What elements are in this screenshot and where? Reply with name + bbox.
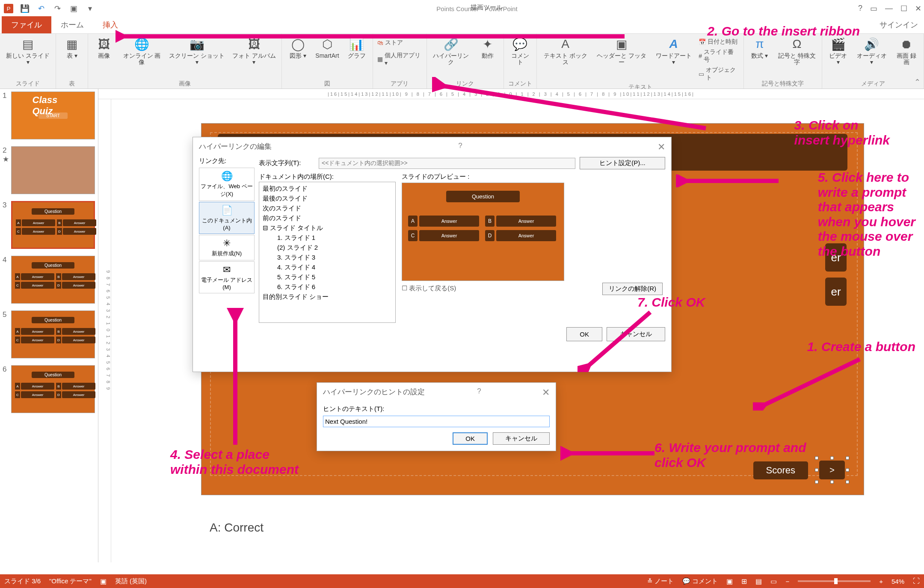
display-text-label: 表示文字列(T): [259, 159, 314, 167]
dialog-edit-hyperlink: ハイパーリンクの編集?✕ リンク先: 🌐ファイル、Web ページ(X) 📄このド… [192, 137, 672, 372]
minimize-icon[interactable]: — [885, 4, 893, 13]
signin-link[interactable]: サインイン [874, 16, 924, 33]
location-label: ドキュメント内の場所(C): [259, 173, 396, 181]
online-image-button[interactable]: 🌐オンライン 画像 [120, 35, 164, 67]
maximize-icon[interactable]: ☐ [900, 4, 907, 13]
zoom-in[interactable]: + [879, 578, 883, 585]
tab-insert[interactable]: 挿入 [93, 16, 127, 33]
linkto-new[interactable]: ✳新規作成(N) [199, 235, 255, 260]
ribbon-collapse-icon[interactable]: ⌃ [914, 77, 921, 87]
fit-icon[interactable]: ⛶ [913, 577, 920, 585]
notes-text[interactable]: A: Correct [210, 521, 264, 535]
datetime-button[interactable]: 📅日付と時刻 [698, 37, 740, 47]
dlg1-ok-button[interactable]: OK [566, 327, 602, 341]
ribbon-options-icon[interactable]: ▭ [870, 4, 877, 13]
thumb-1[interactable]: Class QuizSTART [11, 92, 95, 139]
undo-icon[interactable]: ↶ [35, 3, 47, 15]
headerfooter-button[interactable]: ▣ヘッダーと フッター [594, 35, 649, 67]
dlg1-title: ハイパーリンクの編集 [199, 142, 272, 153]
redo-icon[interactable]: ↷ [51, 3, 63, 15]
screenshot-button[interactable]: 📷スクリーン ショット ▾ [167, 35, 227, 67]
image-button[interactable]: 🖼画像 [92, 35, 116, 60]
shapes-button[interactable]: ◯図形 ▾ [285, 35, 310, 60]
comment-button[interactable]: 💬コメント [507, 35, 533, 67]
ruler-vertical: 9 8 7 6 5 4 3 2 1 0 1 2 3 4 5 6 7 8 9 [98, 99, 111, 562]
status-lang[interactable]: 英語 (英国) [115, 577, 147, 585]
new-slide-button[interactable]: ▤新しい スライド ▾ [3, 35, 52, 67]
dlg2-cancel-button[interactable]: キャンセル [493, 432, 550, 445]
audio-button[interactable]: 🔊オーディオ ▾ [854, 35, 889, 67]
status-notes[interactable]: ≛ ノート [647, 577, 674, 585]
dlg2-ok-button[interactable]: OK [453, 432, 488, 445]
wordart-button[interactable]: Aワードアート ▾ [653, 35, 694, 67]
dlg2-help-icon[interactable]: ? [477, 387, 481, 398]
dlg1-close-icon[interactable]: ✕ [657, 142, 665, 153]
zoom-value[interactable]: 54% [891, 578, 904, 585]
display-text-input[interactable] [319, 158, 575, 169]
chart-button[interactable]: 📊グラフ [344, 35, 369, 60]
dlg2-close-icon[interactable]: ✕ [542, 387, 550, 398]
thumb-2[interactable] [11, 146, 95, 194]
qat-more-icon[interactable]: ▾ [84, 3, 96, 15]
linkto-email[interactable]: ✉電子メール アドレス(M) [199, 261, 255, 293]
selection-handles[interactable] [817, 458, 847, 482]
slideshow-icon[interactable]: ▣ [68, 3, 80, 15]
save-icon[interactable]: 💾 [19, 3, 31, 15]
video-button[interactable]: 🎬ビデオ ▾ [826, 35, 850, 67]
zoom-out[interactable]: − [785, 578, 789, 585]
screenrec-button[interactable]: ⏺画面 録画 [893, 35, 920, 67]
action-button[interactable]: ✦動作 [475, 35, 500, 60]
view-reading-icon[interactable]: ▤ [755, 577, 762, 585]
status-theme: "Office テーマ" [49, 577, 92, 585]
linkto-label: リンク先: [199, 157, 255, 165]
group-slide-label: スライド [16, 79, 40, 88]
store-button[interactable]: 🛍ストア [376, 38, 424, 47]
dlg1-help-icon[interactable]: ? [458, 142, 462, 153]
zoom-slider[interactable] [798, 580, 871, 582]
linkto-this-document[interactable]: 📄このドキュメント内 (A) [199, 202, 255, 234]
hyperlink-button[interactable]: 🔗ハイパーリンク [430, 35, 472, 67]
status-comments[interactable]: 💬 コメント [682, 577, 718, 585]
ribbon-tabs: ファイル ホーム 挿入 サインイン [0, 17, 924, 33]
dlg1-cancel-button[interactable]: キャンセル [607, 327, 665, 341]
tab-home[interactable]: ホーム [51, 16, 93, 33]
remove-link-button[interactable]: リンクの解除(R) [602, 283, 663, 295]
app-icon: P [3, 3, 15, 15]
view-normal-icon[interactable]: ▣ [726, 577, 733, 585]
symbol-button[interactable]: Ω記号と 特殊文字 [776, 35, 818, 67]
smartart-button[interactable]: ⬡SmartArt [314, 35, 341, 60]
status-lang-icon[interactable]: ▣ [100, 577, 107, 585]
thumb-6[interactable]: Question AAnswer BAnswer CAnswer DAnswer [11, 365, 95, 413]
status-slide[interactable]: スライド 3/6 [4, 577, 41, 585]
thumb-5[interactable]: Question AAnswer BAnswer CAnswer DAnswer [11, 310, 95, 358]
object-button[interactable]: ▭オブジェクト [698, 65, 740, 83]
photo-album-button[interactable]: 🖼フォト アルバム ▾ [230, 35, 278, 67]
group-illust-label: 図 [324, 79, 330, 88]
help-icon[interactable]: ? [858, 4, 862, 13]
myapps-button[interactable]: ▦個人用アプリ ▾ [376, 51, 424, 67]
group-links-label: リンク [456, 79, 474, 88]
hint-settings-button[interactable]: ヒント設定(P)... [580, 157, 665, 169]
group-images-label: 画像 [179, 79, 191, 88]
equation-button[interactable]: π数式 ▾ [747, 35, 772, 60]
scores-button[interactable]: Scores [753, 461, 808, 479]
thumb-4[interactable]: Question AAnswer BAnswer CAnswer DAnswer [11, 256, 95, 304]
group-media-label: メディア [861, 79, 885, 88]
thumb-3[interactable]: Question AAnswer BAnswer CAnswer DAnswer [11, 201, 95, 249]
view-sorter-icon[interactable]: ⊞ [741, 577, 747, 585]
ribbon-insert: ▤新しい スライド ▾ スライド ▦表 ▾ 表 🖼画像 🌐オンライン 画像 📷ス… [0, 33, 924, 89]
tab-file[interactable]: ファイル [2, 16, 51, 33]
dlg2-title: ハイパーリンクのヒントの設定 [323, 387, 425, 398]
group-table-label: 表 [69, 79, 75, 88]
table-button[interactable]: ▦表 ▾ [59, 35, 84, 60]
slidenum-button[interactable]: #スライド番号 [698, 47, 740, 65]
view-slideshow-icon[interactable]: ▭ [770, 577, 777, 585]
linkto-web[interactable]: 🌐ファイル、Web ページ(X) [199, 168, 255, 201]
location-list[interactable]: 最初のスライド 最後のスライド 次のスライド 前のスライド ⊟ スライド タイト… [259, 182, 396, 323]
textbox-button[interactable]: Aテキスト ボックス [540, 35, 590, 67]
group-symbols-label: 記号と特殊文字 [762, 79, 804, 88]
close-icon[interactable]: ✕ [915, 4, 921, 13]
hint-text-input[interactable] [323, 416, 550, 427]
contextual-tab-label[interactable]: 描画ツール [471, 3, 503, 12]
ruler-horizontal: |16|15|14|13|12|11|10| 9 | 8 | 7 | 6 | 5… [98, 89, 924, 99]
